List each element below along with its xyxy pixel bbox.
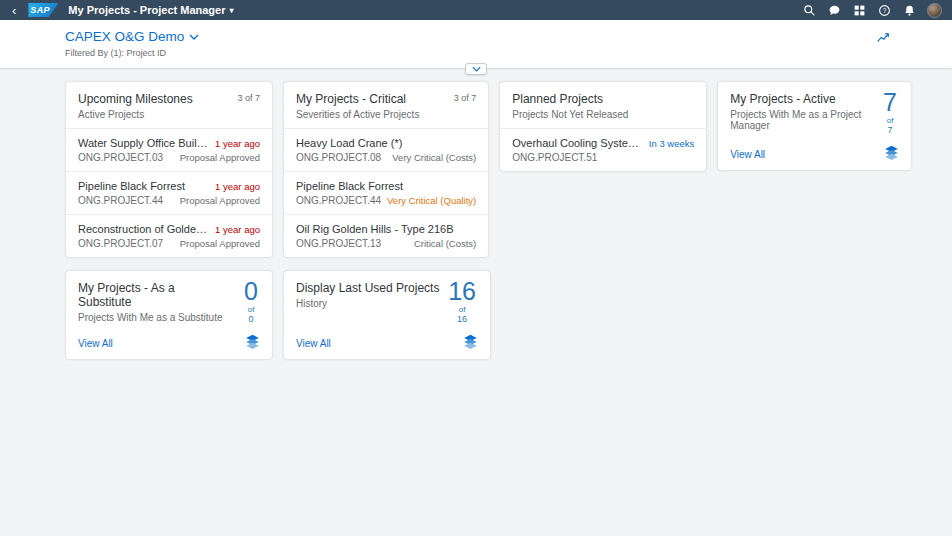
- chevron-down-icon: ▾: [229, 6, 233, 15]
- card-subtitle: Projects With Me as a Project Manager: [730, 109, 865, 131]
- list-item[interactable]: Pipeline Black Forrest 1 year ago ONG.PR…: [66, 171, 272, 214]
- project-name: Overhaul Cooling System Section 2...: [512, 137, 643, 149]
- card-subtitle: History: [296, 298, 444, 309]
- project-name: Water Supply Office Building (*): [78, 137, 209, 149]
- page-header: CAPEX O&G Demo Filtered By (1): Project …: [0, 20, 952, 68]
- help-icon[interactable]: ?: [877, 3, 891, 17]
- card-title: Upcoming Milestones: [78, 92, 193, 106]
- card-subtitle: Projects With Me as a Substitute: [78, 312, 226, 323]
- project-id: ONG.PROJECT.13: [296, 238, 381, 249]
- card-header[interactable]: My Projects - Critical 3 of 7 Severities…: [284, 82, 488, 128]
- milestone-status: Proposal Approved: [180, 195, 260, 206]
- list-item[interactable]: Overhaul Cooling System Section 2... In …: [500, 128, 706, 171]
- sap-logo-text: SAP: [30, 5, 49, 15]
- stacked-layers-icon: [463, 334, 478, 349]
- project-id: ONG.PROJECT.07: [78, 238, 163, 249]
- project-name: Oil Rig Golden Hills - Type 216B: [296, 223, 476, 235]
- list-item[interactable]: Oil Rig Golden Hills - Type 216B ONG.PRO…: [284, 214, 488, 257]
- line-chart-icon[interactable]: [876, 30, 890, 47]
- view-all-link[interactable]: View All: [730, 149, 765, 160]
- kpi-total: 7: [883, 126, 897, 135]
- project-list: Water Supply Office Building (*) 1 year …: [66, 128, 272, 257]
- project-name: Pipeline Black Forrest: [78, 180, 209, 192]
- kpi-of-label: of: [448, 306, 476, 314]
- view-all-link[interactable]: View All: [296, 338, 331, 349]
- project-list: Overhaul Cooling System Section 2... In …: [500, 128, 706, 171]
- card-header[interactable]: Upcoming Milestones 3 of 7 Active Projec…: [66, 82, 272, 128]
- project-id: ONG.PROJECT.03: [78, 152, 163, 163]
- card-last-used-projects: Display Last Used Projects History 16 of…: [283, 270, 491, 360]
- card-header[interactable]: My Projects - As a Substitute Projects W…: [78, 281, 260, 323]
- shell-bar: ‹ SAP My Projects - Project Manager ▾ ?: [0, 0, 952, 20]
- project-id: ONG.PROJECT.51: [512, 152, 597, 163]
- due-time: In 3 weeks: [649, 138, 694, 149]
- view-all-link[interactable]: View All: [78, 338, 113, 349]
- chevron-down-icon: [189, 34, 199, 40]
- card-header[interactable]: Planned Projects Projects Not Yet Releas…: [500, 82, 706, 128]
- copilot-icon[interactable]: [827, 3, 841, 17]
- severity-status: Critical (Costs): [414, 238, 476, 249]
- card-subtitle: Active Projects: [78, 109, 260, 120]
- project-list: Heavy Load Crane (*) ONG.PROJECT.08 Very…: [284, 128, 488, 257]
- card-my-projects-active: My Projects - Active Projects With Me as…: [717, 81, 912, 171]
- kpi-value: 16: [448, 279, 476, 304]
- project-id: ONG.PROJECT.44: [296, 195, 381, 206]
- app-title: My Projects - Project Manager: [68, 4, 225, 16]
- project-name: Heavy Load Crane (*): [296, 137, 476, 149]
- card-title: Display Last Used Projects: [296, 281, 444, 295]
- collapse-header-icon[interactable]: [465, 63, 487, 75]
- card-title: Planned Projects: [512, 92, 603, 106]
- card-row-1: Upcoming Milestones 3 of 7 Active Projec…: [65, 81, 912, 258]
- project-id: ONG.PROJECT.08: [296, 152, 381, 163]
- page-title: CAPEX O&G Demo: [65, 29, 184, 44]
- kpi-of-label: of: [244, 306, 258, 314]
- svg-text:?: ?: [882, 6, 886, 13]
- card-count: 3 of 7: [454, 92, 477, 103]
- card-subtitle: Severities of Active Projects: [296, 109, 476, 120]
- dashboard-content: Upcoming Milestones 3 of 7 Active Projec…: [0, 68, 952, 360]
- notifications-bell-icon[interactable]: [902, 3, 916, 17]
- milestone-time: 1 year ago: [215, 224, 260, 235]
- project-name: Reconstruction of Golden Hills Towe...: [78, 223, 209, 235]
- milestone-status: Proposal Approved: [180, 152, 260, 163]
- card-upcoming-milestones: Upcoming Milestones 3 of 7 Active Projec…: [65, 81, 273, 258]
- product-switcher-icon[interactable]: [852, 3, 866, 17]
- kpi-counter: 0 of 0: [244, 279, 258, 324]
- kpi-counter: 7 of 7: [883, 90, 897, 135]
- stacked-layers-icon: [245, 334, 260, 349]
- sap-logo[interactable]: SAP: [28, 3, 58, 17]
- list-item[interactable]: Reconstruction of Golden Hills Towe... 1…: [66, 214, 272, 257]
- severity-status: Very Critical (Costs): [392, 152, 476, 163]
- variant-selector[interactable]: CAPEX O&G Demo: [65, 29, 199, 44]
- kpi-total: 16: [448, 315, 476, 324]
- card-subtitle: Projects Not Yet Released: [512, 109, 694, 120]
- card-my-projects-substitute: My Projects - As a Substitute Projects W…: [65, 270, 273, 360]
- back-icon[interactable]: ‹: [10, 4, 18, 17]
- user-avatar[interactable]: [927, 3, 942, 18]
- app-title-menu[interactable]: My Projects - Project Manager ▾: [68, 4, 233, 16]
- stacked-layers-icon: [884, 145, 899, 160]
- card-title: My Projects - Critical: [296, 92, 406, 106]
- kpi-counter: 16 of 16: [448, 279, 476, 324]
- filter-info: Filtered By (1): Project ID: [65, 48, 887, 58]
- list-item[interactable]: Heavy Load Crane (*) ONG.PROJECT.08 Very…: [284, 128, 488, 171]
- shell-actions: ?: [802, 3, 942, 18]
- milestone-status: Proposal Approved: [180, 238, 260, 249]
- kpi-total: 0: [244, 315, 258, 324]
- project-name: Pipeline Black Forrest: [296, 180, 476, 192]
- card-planned-projects: Planned Projects Projects Not Yet Releas…: [499, 81, 707, 172]
- kpi-value: 7: [883, 90, 897, 115]
- list-item[interactable]: Water Supply Office Building (*) 1 year …: [66, 128, 272, 171]
- list-item[interactable]: Pipeline Black Forrest ONG.PROJECT.44 Ve…: [284, 171, 488, 214]
- card-title: My Projects - Active: [730, 92, 865, 106]
- card-my-projects-critical: My Projects - Critical 3 of 7 Severities…: [283, 81, 489, 258]
- milestone-time: 1 year ago: [215, 181, 260, 192]
- milestone-time: 1 year ago: [215, 138, 260, 149]
- card-title: My Projects - As a Substitute: [78, 281, 226, 309]
- kpi-of-label: of: [883, 117, 897, 125]
- card-row-2: My Projects - As a Substitute Projects W…: [65, 270, 912, 360]
- card-header[interactable]: My Projects - Active Projects With Me as…: [730, 92, 899, 131]
- kpi-value: 0: [244, 279, 258, 304]
- severity-status: Very Critical (Quality): [387, 195, 476, 206]
- search-icon[interactable]: [802, 3, 816, 17]
